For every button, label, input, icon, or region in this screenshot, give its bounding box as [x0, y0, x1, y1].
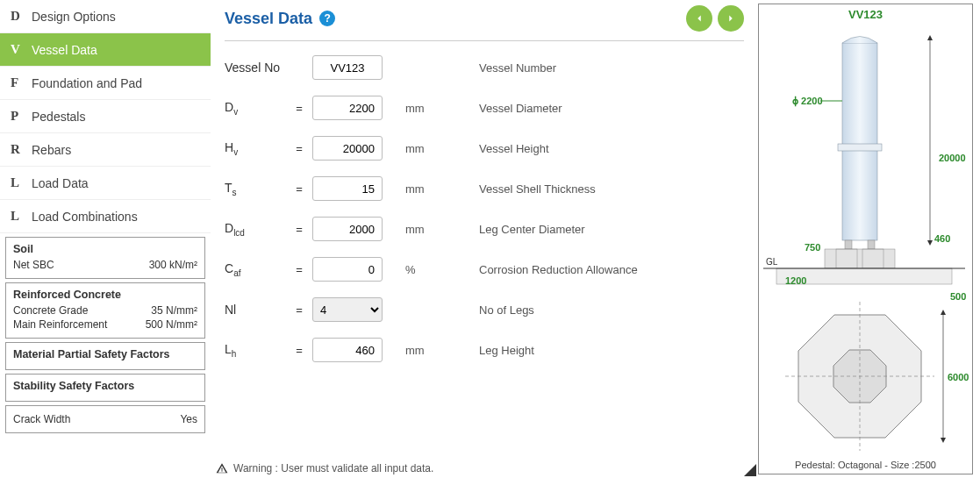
desc-dlcd: Leg Center Diameter	[453, 223, 744, 236]
lh-input[interactable]	[312, 338, 383, 362]
caf-input[interactable]	[312, 257, 383, 282]
label-caf: Caf	[225, 261, 286, 278]
label-lh: Lh	[225, 342, 286, 359]
svg-text:20000: 20000	[939, 153, 966, 163]
sidebar-item-design-options[interactable]: DDesign Options	[0, 0, 211, 33]
info-header: Reinforced Concrete	[13, 289, 197, 301]
diagram-title: VV123	[759, 4, 972, 21]
label-hv: Hv	[225, 140, 286, 157]
sidebar-item-label: Load Combinations	[32, 210, 138, 224]
sidebar-item-label: Rebars	[32, 143, 71, 157]
nl-select[interactable]: 4	[312, 297, 383, 322]
diagram-caption: Pedestal: Octagonal - Size :2500	[759, 460, 972, 470]
svg-rect-4	[825, 249, 895, 268]
sidebar-item-label: Pedestals	[32, 110, 85, 124]
form-grid: Vessel No Vessel Number Dv = mm Vessel D…	[225, 55, 744, 362]
dlcd-input[interactable]	[312, 217, 383, 241]
label-dlcd: Dlcd	[225, 221, 286, 238]
info-header: Soil	[13, 243, 197, 255]
arrow-left-icon	[693, 12, 705, 25]
svg-rect-1	[838, 144, 882, 151]
resize-handle-icon[interactable]	[744, 464, 756, 476]
label-nl: Nl	[225, 303, 286, 317]
svg-rect-2	[845, 240, 852, 249]
sidebar-item-pedestals[interactable]: PPedestals	[0, 100, 211, 133]
sidebar-item-load-data[interactable]: LLoad Data	[0, 167, 211, 200]
desc-ts: Vessel Shell Thickness	[453, 182, 744, 196]
prev-button[interactable]	[686, 5, 712, 32]
info-block-ssf[interactable]: Stability Safety Factors	[5, 374, 205, 402]
desc-lh: Leg Height	[453, 344, 744, 357]
sidebar-item-label: Foundation and Pad	[32, 76, 142, 90]
arrow-right-icon	[725, 12, 737, 25]
sidebar-item-vessel-data[interactable]: VVessel Data	[0, 33, 211, 67]
svg-rect-3	[868, 240, 875, 249]
diagram-panel: VV123 GL ɸ 2200	[758, 4, 973, 474]
label-dv: Dv	[225, 100, 286, 117]
svg-text:6000: 6000	[948, 372, 969, 382]
info-block-crack: Crack WidthYes	[5, 405, 205, 433]
svg-text:ɸ 2200: ɸ 2200	[792, 96, 823, 107]
next-button[interactable]	[718, 5, 744, 32]
sidebar-item-label: Vessel Data	[32, 43, 97, 57]
page-header: Vessel Data ?	[225, 5, 744, 41]
desc-caf: Corrosion Reduction Allowance	[453, 263, 744, 276]
label-vessel-no: Vessel No	[225, 61, 286, 75]
warning-bar: Warning : User must validate all input d…	[216, 462, 433, 474]
warning-icon	[216, 462, 228, 474]
desc-vessel-no: Vessel Number	[453, 61, 744, 75]
info-block-soil: Soil Net SBC300 kN/m²	[5, 237, 205, 279]
svg-text:500: 500	[950, 291, 966, 302]
sidebar-nav: DDesign Options VVessel Data FFoundation…	[0, 0, 211, 233]
sidebar-item-label: Load Data	[32, 176, 89, 190]
desc-dv: Vessel Diameter	[453, 102, 744, 115]
hv-input[interactable]	[312, 136, 383, 161]
ts-input[interactable]	[312, 176, 383, 201]
vessel-no-input[interactable]	[312, 55, 383, 80]
info-block-mpsf[interactable]: Material Partial Safety Factors	[5, 342, 205, 370]
sidebar-item-label: Design Options	[32, 10, 116, 24]
desc-nl: No of Legs	[453, 303, 744, 317]
vessel-diagram: GL ɸ 2200 20000 460 750 1200 500 6000	[759, 21, 972, 468]
info-block-concrete: Reinforced Concrete Concrete Grade35 N/m…	[5, 282, 205, 339]
svg-rect-0	[842, 43, 877, 240]
svg-text:460: 460	[934, 233, 950, 244]
dv-input[interactable]	[312, 96, 383, 120]
svg-text:750: 750	[805, 242, 820, 253]
sidebar-item-load-combinations[interactable]: LLoad Combinations	[0, 200, 211, 233]
sidebar-item-rebars[interactable]: RRebars	[0, 133, 211, 167]
svg-text:GL: GL	[766, 257, 778, 267]
sidebar-item-foundation-pad[interactable]: FFoundation and Pad	[0, 67, 211, 100]
label-ts: Ts	[225, 181, 286, 197]
page-title: Vessel Data ?	[225, 10, 335, 28]
svg-text:1200: 1200	[785, 275, 806, 286]
help-icon[interactable]: ?	[319, 11, 335, 26]
desc-hv: Vessel Height	[453, 142, 744, 155]
